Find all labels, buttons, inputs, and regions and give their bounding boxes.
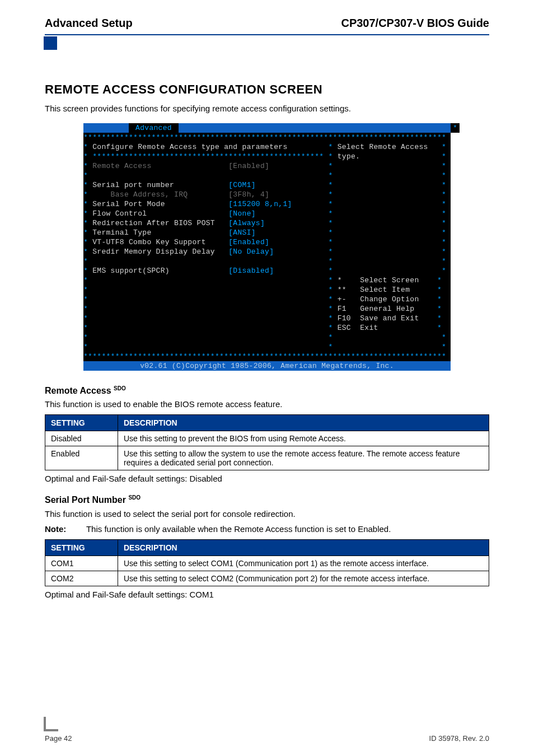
table-header-description: Description [118,415,489,431]
header-right: CP307/CP307-V BIOS Guide [341,17,489,30]
table-header-setting: Setting [45,539,118,556]
header-left: Advanced Setup [45,17,133,30]
setting-cell: COM2 [45,571,118,586]
remote-access-table: Setting Description DisabledUse this set… [45,414,489,470]
description-cell: Use this setting to allow the system to … [118,446,489,470]
svg-rect-1 [57,36,105,50]
svg-rect-2 [44,50,57,64]
footer-page: Page 42 [45,734,72,743]
serial-port-desc: This function is used to select the seri… [45,509,489,519]
setting-cell: COM1 [45,556,118,571]
table-header-description: Description [118,539,489,556]
section-title: REMOTE ACCESS CONFIGURATION SCREEN [45,82,489,97]
serial-port-table: Setting Description COM1Use this setting… [45,539,489,586]
setting-cell: Disabled [45,431,118,446]
bios-screenshot: Advanced *******************************… [83,123,451,371]
description-cell: Use this setting to select COM1 (Communi… [118,556,489,571]
section-intro: This screen provides functions for speci… [45,104,489,113]
table-row: COM2Use this setting to select COM2 (Com… [45,571,489,586]
description-cell: Use this setting to prevent the BIOS fro… [118,431,489,446]
remote-access-heading: Remote Access SDO [45,385,489,396]
svg-rect-0 [44,36,57,50]
table-row: DisabledUse this setting to prevent the … [45,431,489,446]
description-cell: Use this setting to select COM2 (Communi… [118,571,489,586]
remote-access-defaults: Optimal and Fail-Safe default settings: … [45,474,489,483]
corner-mark-icon [44,717,58,731]
table-row: EnabledUse this setting to allow the sys… [45,446,489,470]
footer-id: ID 35978, Rev. 2.0 [429,734,489,743]
brand-logo-icon [44,36,105,64]
serial-port-heading: Serial Port Number SDO [45,494,489,505]
table-row: COM1Use this setting to select COM1 (Com… [45,556,489,571]
setting-cell: Enabled [45,446,118,470]
serial-port-defaults: Optimal and Fail-Safe default settings: … [45,590,489,599]
table-header-setting: Setting [45,415,118,431]
serial-port-note: Note: This function is only available wh… [45,524,489,534]
remote-access-desc: This function is used to enable the BIOS… [45,399,489,409]
